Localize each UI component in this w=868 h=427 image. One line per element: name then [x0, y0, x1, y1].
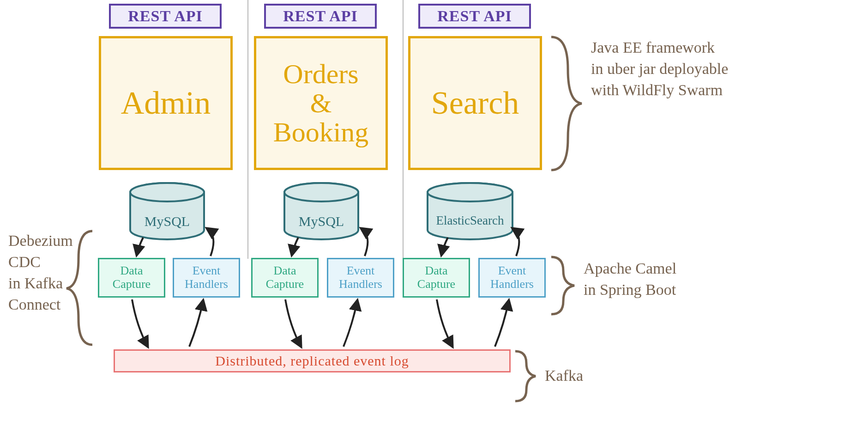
annotation-javaee: Java EE framework in uber jar deployable… — [591, 37, 790, 101]
annotation-kafka: Kafka — [545, 365, 637, 386]
annotation-camel: Apache Camel in Spring Boot — [584, 258, 750, 300]
annotation-debezium: Debezium CDC in Kafka Connect — [8, 230, 91, 315]
